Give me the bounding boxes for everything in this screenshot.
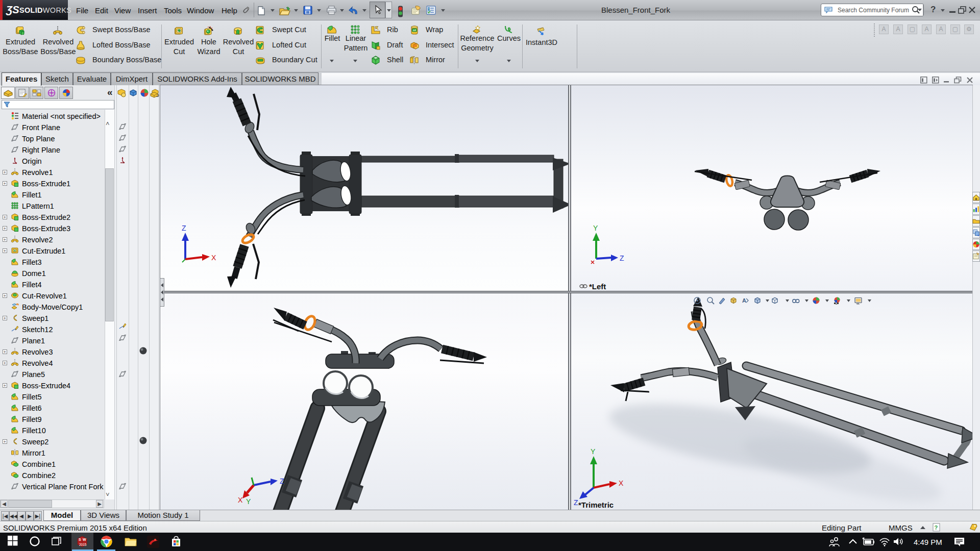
- svg-text:cd: cd: [413, 29, 416, 32]
- svg-text:X: X: [619, 479, 624, 487]
- svg-text:Z: Z: [574, 498, 578, 507]
- svg-text:?: ?: [935, 524, 938, 531]
- svg-text:W: W: [83, 538, 86, 541]
- svg-text:*Trimetric: *Trimetric: [578, 500, 614, 509]
- svg-text:*Left: *Left: [589, 282, 606, 291]
- svg-text:Y: Y: [593, 224, 598, 232]
- svg-text:X: X: [211, 254, 216, 262]
- svg-text:Y: Y: [246, 497, 251, 506]
- svg-text:Z: Z: [182, 224, 186, 232]
- svg-text:Z: Z: [620, 254, 624, 262]
- svg-text:Z: Z: [280, 477, 284, 485]
- svg-text:2015: 2015: [79, 543, 87, 546]
- svg-text:S: S: [79, 538, 81, 541]
- svg-text:X: X: [238, 496, 243, 504]
- svg-text:Y: Y: [591, 447, 596, 456]
- svg-text:A: A: [742, 297, 746, 304]
